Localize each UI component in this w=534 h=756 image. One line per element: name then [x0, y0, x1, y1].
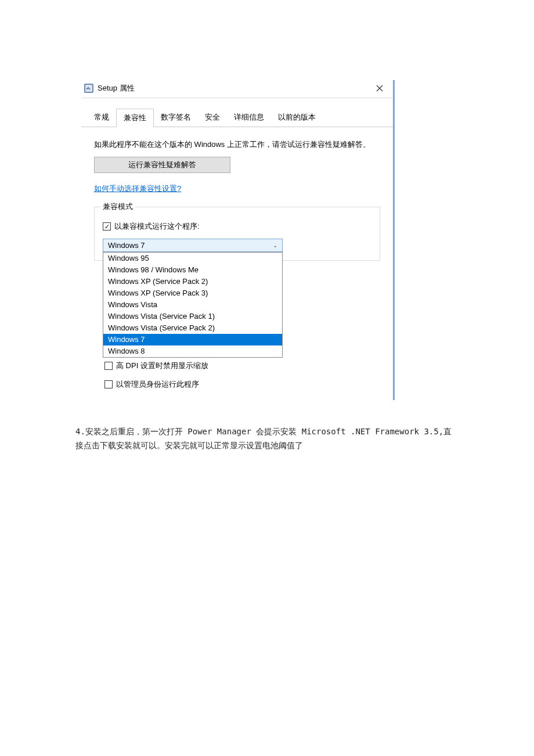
compat-mode-checkbox[interactable]	[103, 222, 111, 231]
compat-option-win98[interactable]: Windows 98 / Windows Me	[103, 264, 282, 276]
close-icon	[376, 85, 383, 92]
compat-mode-checkbox-label: 以兼容模式运行这个程序:	[114, 221, 200, 232]
tab-general[interactable]: 常规	[87, 109, 116, 127]
compat-option-vistasp1[interactable]: Windows Vista (Service Pack 1)	[103, 311, 282, 322]
compat-option-xpsp2[interactable]: Windows XP (Service Pack 2)	[103, 276, 282, 287]
compat-option-xpsp3[interactable]: Windows XP (Service Pack 3)	[103, 287, 282, 299]
disable-dpi-scaling-label: 高 DPI 设置时禁用显示缩放	[116, 361, 208, 371]
help-link[interactable]: 如何手动选择兼容性设置?	[94, 183, 181, 194]
dialog-title: Setup 属性	[98, 83, 135, 93]
tab-compatibility[interactable]: 兼容性	[116, 109, 154, 127]
tab-details[interactable]: 详细信息	[227, 109, 271, 127]
tab-content: 如果此程序不能在这个版本的 Windows 上正常工作，请尝试运行兼容性疑难解答…	[81, 127, 393, 400]
compat-mode-dropdown: Windows 95 Windows 98 / Windows Me Windo…	[103, 252, 283, 358]
compat-mode-legend: 兼容模式	[100, 201, 135, 212]
tab-bar: 常规 兼容性 数字签名 安全 详细信息 以前的版本	[81, 109, 393, 127]
run-as-admin-checkbox[interactable]	[104, 380, 113, 388]
setup-icon	[84, 83, 94, 93]
compat-option-win8[interactable]: Windows 8	[103, 345, 282, 357]
disable-dpi-scaling-checkbox[interactable]	[104, 362, 113, 370]
compat-mode-combo[interactable]: Windows 7 ⌄ Windows 95 Windows 98 / Wind…	[103, 239, 283, 252]
compatibility-mode-group: 兼容模式 以兼容模式运行这个程序: Windows 7 ⌄ Windows 95…	[94, 207, 380, 261]
tab-previous-versions[interactable]: 以前的版本	[271, 109, 323, 127]
close-button[interactable]	[371, 81, 388, 95]
tab-digital-signatures[interactable]: 数字签名	[154, 109, 198, 127]
run-as-admin-label: 以管理员身份运行此程序	[116, 379, 199, 390]
intro-text: 如果此程序不能在这个版本的 Windows 上正常工作，请尝试运行兼容性疑难解答…	[94, 138, 380, 151]
chevron-down-icon: ⌄	[273, 242, 277, 249]
run-troubleshooter-button[interactable]: 运行兼容性疑难解答	[94, 157, 230, 173]
compat-option-win7[interactable]: Windows 7	[103, 334, 282, 345]
compat-option-vistasp2[interactable]: Windows Vista (Service Pack 2)	[103, 322, 282, 334]
titlebar: Setup 属性	[81, 80, 393, 98]
properties-dialog: Setup 属性 常规 兼容性 数字签名 安全 详细信息 以前的版本 如果此程序…	[81, 80, 395, 400]
compat-option-vista[interactable]: Windows Vista	[103, 299, 282, 311]
compat-option-win95[interactable]: Windows 95	[103, 253, 282, 264]
instruction-step-4: 4.安装之后重启，第一次打开 Power Manager 会提示安装 Micro…	[75, 425, 459, 453]
combo-selected-value: Windows 7	[108, 241, 145, 250]
tab-security[interactable]: 安全	[198, 109, 227, 127]
